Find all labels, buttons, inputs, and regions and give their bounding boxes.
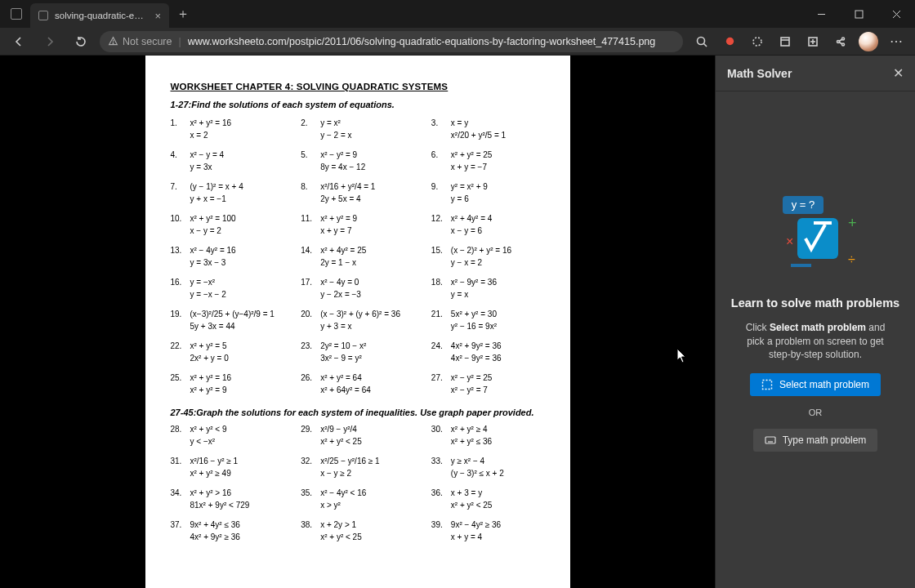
- favorites-icon[interactable]: [773, 30, 797, 53]
- svg-rect-10: [781, 38, 789, 46]
- svg-text:×: ×: [786, 234, 793, 248]
- problem: 29.x²/9 − y²/4 x² + y² < 25: [301, 424, 417, 448]
- collections-icon[interactable]: [801, 30, 825, 53]
- worksheet-instructions-2: 27-45:Graph the solutions for each syste…: [171, 408, 547, 417]
- problem-equations: x² + y² < 9 y < −x²: [190, 424, 227, 448]
- new-tab-button[interactable]: ＋: [172, 0, 194, 28]
- svg-line-18: [839, 39, 842, 42]
- problem-number: 7.: [171, 181, 182, 205]
- address-bar[interactable]: Not secure | www.worksheeto.com/postpic/…: [100, 31, 683, 52]
- problem-equations: x = y x²/20 + y²/5 = 1: [451, 118, 506, 141]
- problem-equations: (x − 2)² + y² = 16 y − x = 2: [451, 245, 511, 269]
- problem: 10.x² + y² = 100 x − y = 2: [171, 213, 287, 237]
- problem: 13.x² − 4y² = 16 y = 3x − 3: [171, 245, 287, 269]
- problem-number: 8.: [301, 181, 312, 205]
- problem-equations: 4x² + 9y² = 36 4x² − 9y² = 36: [451, 341, 502, 364]
- problem-number: 38.: [301, 519, 312, 543]
- problem-equations: x² + 4y² = 4 x − y = 6: [451, 213, 493, 237]
- problem-number: 27.: [431, 372, 443, 396]
- problem-equations: x²/16 + y²/4 = 1 2y + 5x = 4: [320, 181, 375, 205]
- problem-equations: y = −x² y = −x − 2: [190, 277, 226, 301]
- forward-button[interactable]: [38, 30, 62, 53]
- problem-number: 18.: [431, 277, 443, 301]
- problem: 2.y = x² y − 2 = x: [301, 118, 417, 141]
- problem: 38.x + 2y > 1 x² + y² < 25: [301, 519, 417, 543]
- problem-equations: x²/9 − y²/4 x² + y² < 25: [320, 424, 362, 448]
- problem: 35.x² − 4y² < 16 x > y²: [301, 488, 417, 511]
- panel-description: Click Select math problem and pick a pro…: [737, 321, 894, 362]
- worksheet-instructions: 1-27:Find the solutions of each system o…: [171, 100, 547, 109]
- problem-number: 2.: [301, 118, 312, 141]
- problem-equations: x² + y² = 16 x² + y² = 9: [190, 372, 232, 396]
- refresh-button[interactable]: [69, 30, 93, 53]
- tab-label: solving-quadratic-equations-by: [55, 11, 148, 20]
- problem-number: 21.: [431, 309, 443, 332]
- svg-rect-28: [765, 437, 775, 443]
- profile-button[interactable]: [856, 30, 881, 53]
- svg-point-9: [753, 38, 761, 46]
- avatar: [859, 32, 878, 51]
- problem-equations: x² − y = 4 y = 3x: [190, 149, 225, 173]
- problem: 26.x² + y² = 64 x² + 64y² = 64: [301, 372, 417, 396]
- problem: 7.(y − 1)² = x + 4 y + x = −1: [171, 181, 287, 205]
- url-text: www.worksheeto.com/postpic/2011/06/solvi…: [188, 36, 656, 47]
- panel-heading: Learn to solve math problems: [731, 296, 899, 310]
- svg-point-6: [698, 37, 705, 44]
- problem: 6.x² + y² = 25 x + y = −7: [431, 149, 547, 173]
- problem: 39.9x² − 4y² ≥ 36 x + y = 4: [431, 519, 547, 543]
- problem-grid: 1.x² + y² = 16 x = 22.y = x² y − 2 = x3.…: [171, 118, 547, 396]
- problem-equations: (y − 1)² = x + 4 y + x = −1: [190, 181, 243, 205]
- problem: 4.x² − y = 4 y = 3x: [171, 149, 287, 173]
- problem-equations: x² − y² = 25 x² − y² = 7: [451, 372, 493, 396]
- problem: 36.x + 3 = y x² + y² < 25: [431, 488, 547, 511]
- image-viewer: WORKSHEET CHAPTER 4: SOLVING QUADRATIC S…: [0, 56, 715, 588]
- select-math-problem-button[interactable]: Select math problem: [750, 373, 881, 396]
- cursor-icon: [676, 348, 688, 364]
- problem-number: 26.: [301, 372, 312, 396]
- math-solver-panel: Math Solver ✕ y = ? × + ÷ Learn to solve…: [715, 56, 915, 588]
- extension-settings-icon[interactable]: [745, 30, 770, 53]
- problem-number: 14.: [301, 245, 312, 269]
- type-math-problem-button[interactable]: Type math problem: [753, 429, 878, 452]
- extension-icon[interactable]: [717, 30, 742, 53]
- back-button[interactable]: [7, 30, 31, 53]
- more-menu-button[interactable]: ⋯: [884, 30, 908, 53]
- problem-grid-2: 28.x² + y² < 9 y < −x²29.x²/9 − y²/4 x² …: [171, 424, 547, 543]
- problem: 3.x = y x²/20 + y²/5 = 1: [431, 118, 547, 141]
- problem-equations: x²/16 − y² ≥ 1 x² + y² ≥ 49: [190, 456, 239, 479]
- problem-equations: x² + y² = 5 2x² + y = 0: [190, 341, 229, 364]
- app-icon: [5, 0, 28, 28]
- panel-close-button[interactable]: ✕: [893, 65, 904, 81]
- problem-number: 15.: [431, 245, 443, 269]
- problem-number: 13.: [171, 245, 182, 269]
- problem-number: 34.: [171, 488, 182, 511]
- problem-number: 33.: [431, 456, 443, 479]
- window-close-button[interactable]: [877, 0, 915, 28]
- keyboard-icon: [765, 434, 776, 446]
- share-icon[interactable]: [828, 30, 853, 53]
- problem-number: 39.: [431, 519, 443, 543]
- problem-equations: x² + y² = 64 x² + 64y² = 64: [320, 372, 371, 396]
- problem-number: 19.: [171, 309, 182, 332]
- window-minimize-button[interactable]: [802, 0, 840, 28]
- problem-equations: x² + y² = 9 x + y = 7: [320, 213, 357, 237]
- problem-number: 24.: [431, 341, 443, 364]
- problem-number: 16.: [171, 277, 182, 301]
- problem-equations: x² − 4y² = 16 y = 3x − 3: [190, 245, 236, 269]
- site-warning[interactable]: Not secure: [108, 36, 172, 47]
- problem-equations: x²/25 − y²/16 ≥ 1 x − y ≥ 2: [320, 456, 379, 479]
- problem-equations: x² + y² ≥ 4 x² + y² ≤ 36: [451, 424, 492, 448]
- problem-number: 3.: [431, 118, 443, 141]
- problem: 25.x² + y² = 16 x² + y² = 9: [171, 372, 287, 396]
- svg-rect-1: [855, 11, 863, 18]
- tab-active[interactable]: solving-quadratic-equations-by ×: [30, 3, 169, 28]
- worksheet-document: WORKSHEET CHAPTER 4: SOLVING QUADRATIC S…: [145, 56, 570, 588]
- problem-equations: x² − 4y² < 16 x > y²: [320, 488, 366, 511]
- tab-close-icon[interactable]: ×: [154, 10, 161, 22]
- problem-number: 12.: [431, 213, 443, 237]
- zoom-indicator-icon[interactable]: [690, 30, 714, 53]
- problem-number: 10.: [171, 213, 182, 237]
- file-icon: [38, 11, 48, 20]
- problem: 27.x² − y² = 25 x² − y² = 7: [431, 372, 547, 396]
- window-maximize-button[interactable]: [840, 0, 877, 28]
